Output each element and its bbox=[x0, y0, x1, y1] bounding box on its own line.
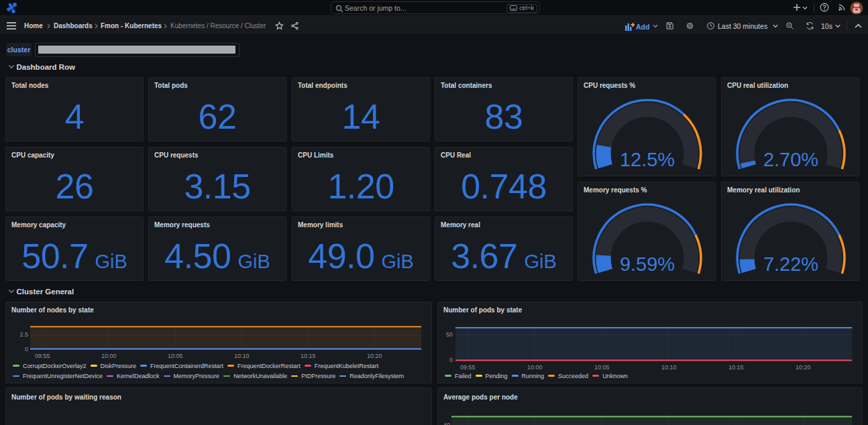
svg-text:7.22%: 7.22% bbox=[763, 253, 818, 275]
svg-text:12.5%: 12.5% bbox=[620, 149, 675, 170]
svg-text:9.59%: 9.59% bbox=[620, 253, 675, 275]
svg-text:2.70%: 2.70% bbox=[763, 149, 818, 170]
